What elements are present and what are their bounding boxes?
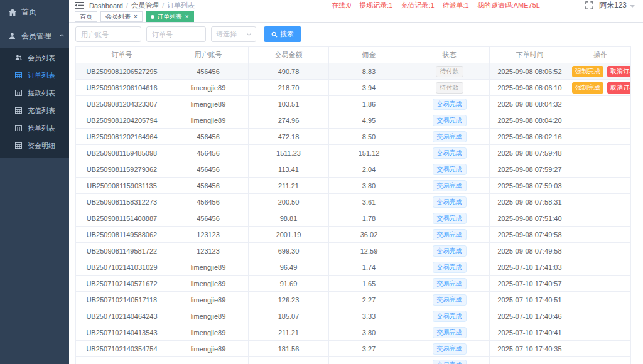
status-cell: 交易完成 <box>409 292 490 308</box>
actions-cell <box>570 341 631 357</box>
status-cell: 交易完成 <box>409 259 490 276</box>
status-cell: 交易完成 <box>409 96 490 112</box>
status-cell: 交易完成 <box>409 210 490 227</box>
tab-label: 订单列表 <box>157 13 182 21</box>
cancel-order-button[interactable]: 取消订单 <box>607 82 631 94</box>
actions-cell <box>570 243 631 259</box>
search-button[interactable]: 搜索 <box>264 26 301 42</box>
actions-cell <box>570 194 631 210</box>
force-complete-button[interactable]: 强制完成 <box>572 66 603 77</box>
breadcrumb: Dashboard/会员管理/订单列表 <box>89 1 195 10</box>
sidebar-subitem-会员列表[interactable]: 会员列表 <box>0 49 69 67</box>
breadcrumb-separator: / <box>162 2 164 9</box>
status-cell: 交易完成 <box>409 227 490 243</box>
status-select[interactable]: 请选择 <box>211 26 256 42</box>
actions-cell <box>570 324 631 341</box>
order-cell: UB2507102140354754 <box>76 341 168 357</box>
status-badge: 待付款 <box>436 82 463 94</box>
column-header: 操作 <box>570 47 631 63</box>
account-input[interactable] <box>75 26 141 42</box>
tab-会员列表[interactable]: 会员列表× <box>100 11 143 22</box>
status-badge: 交易完成 <box>433 229 467 240</box>
account-cell: limengjie89 <box>168 96 249 112</box>
time-cell: 2025-07-10 17:40:57 <box>490 276 570 292</box>
sidebar-subitem-提款列表[interactable]: 提款列表 <box>0 84 69 102</box>
sidebar-subitem-label: 提款列表 <box>28 88 55 98</box>
time-cell: 2025-09-08 08:06:10 <box>490 80 570 96</box>
account-cell: 456456 <box>168 194 249 210</box>
table-row: UB2507102140413543limengjie89211.213.80交… <box>76 324 631 341</box>
account-cell <box>168 357 249 364</box>
users-icon <box>14 55 23 61</box>
status-badge: 交易完成 <box>433 147 467 159</box>
status-badge: 交易完成 <box>433 360 467 364</box>
orders-table-wrap: 订单号用户账号交易金额佣金状态下单时间操作 UB2509081206527295… <box>69 45 643 364</box>
order-cell: UB2509081206104616 <box>76 80 168 96</box>
order-cell: UB2509081159485098 <box>76 145 168 161</box>
order-cell: UB2509081206527295 <box>76 63 168 80</box>
table-row: UB2507102140517118limengjie89126.232.27交… <box>76 292 631 308</box>
sidebar-fold-icon[interactable] <box>75 2 84 9</box>
column-header: 下单时间 <box>490 47 570 63</box>
account-cell: 456456 <box>168 210 249 227</box>
sidebar-subitem-充值列表[interactable]: 充值列表 <box>0 102 69 119</box>
commission-cell: 8.83 <box>329 63 409 80</box>
sidebar-subitem-抢单列表[interactable]: 抢单列表 <box>0 119 69 137</box>
time-cell: 2025-09-08 08:04:32 <box>490 96 570 112</box>
tab-label: 首页 <box>80 13 92 21</box>
time-cell: 2025-09-08 07:58:31 <box>490 194 570 210</box>
actions-cell <box>570 112 631 129</box>
sidebar-item-home[interactable]: 首页 <box>0 0 69 24</box>
sidebar-item-member-management[interactable]: 会员管理 <box>0 24 69 48</box>
time-cell: 2025-07-10 17:40:41 <box>490 324 570 341</box>
amount-cell: 200.50 <box>249 194 329 210</box>
commission-cell: 4.95 <box>329 112 409 129</box>
table-row: UB2507102141031029limengjie8996.491.74交易… <box>76 259 631 276</box>
status-badge: 交易完成 <box>433 213 467 224</box>
tabbar: 首页会员列表×订单列表× <box>69 11 643 23</box>
actions-cell <box>570 259 631 276</box>
sidebar-submenu: 会员列表订单列表提款列表充值列表抢单列表资金明细 <box>0 48 69 158</box>
status-badge: 交易完成 <box>433 294 467 306</box>
order-number-input[interactable] <box>146 26 206 42</box>
sidebar-subitem-资金明细[interactable]: 资金明细 <box>0 137 69 154</box>
actions-cell <box>570 145 631 161</box>
topbar-stats: 在线:0提现记录:1充值记录:1待派单:1我的邀请码:AME75L <box>332 1 540 10</box>
account-cell: limengjie89 <box>168 276 249 292</box>
user-menu[interactable]: 阿来123 <box>599 0 637 11</box>
time-cell: 2025-07-10 17:40:35 <box>490 341 570 357</box>
table-row: UB250908115140888745645698.811.78交易完成202… <box>76 210 631 227</box>
tab-close-icon[interactable]: × <box>134 14 138 20</box>
fullscreen-icon[interactable] <box>585 1 593 9</box>
status-badge: 交易完成 <box>433 99 467 110</box>
breadcrumb-item[interactable]: Dashboard <box>89 2 123 9</box>
tab-订单列表[interactable]: 订单列表× <box>146 11 194 22</box>
cancel-order-button[interactable]: 取消订单 <box>607 66 631 77</box>
table-icon <box>14 125 23 131</box>
account-cell: 456456 <box>168 63 249 80</box>
table-row: UB2509081159031135456456211.213.80交易完成20… <box>76 178 631 194</box>
status-badge: 交易完成 <box>433 131 467 142</box>
tab-首页[interactable]: 首页 <box>75 11 97 22</box>
order-cell: UB2509081149588062 <box>76 227 168 243</box>
order-cell: UB2509081204323307 <box>76 96 168 112</box>
table-row: UB2509081204205794limengjie89274.964.95交… <box>76 112 631 129</box>
column-header: 状态 <box>409 47 490 63</box>
force-complete-button[interactable]: 强制完成 <box>572 82 603 94</box>
amount-cell: 181.56 <box>249 341 329 357</box>
sidebar-subitem-订单列表[interactable]: 订单列表 <box>0 67 69 84</box>
status-cell: 交易完成 <box>409 145 490 161</box>
commission-cell: 12.59 <box>329 243 409 259</box>
search-button-label: 搜索 <box>280 29 294 39</box>
topbar-stat: 待派单:1 <box>443 1 469 10</box>
commission-cell: 3.80 <box>329 178 409 194</box>
time-cell <box>490 357 570 364</box>
tab-close-icon[interactable]: × <box>185 14 189 20</box>
time-cell: 2025-07-10 17:40:46 <box>490 308 570 324</box>
amount-cell: 96.49 <box>249 259 329 276</box>
table-row: UB2509081204323307limengjie89103.511.86交… <box>76 96 631 112</box>
account-cell: 123123 <box>168 243 249 259</box>
status-badge: 交易完成 <box>433 245 467 257</box>
actions-cell <box>570 227 631 243</box>
breadcrumb-item[interactable]: 会员管理 <box>131 1 159 10</box>
